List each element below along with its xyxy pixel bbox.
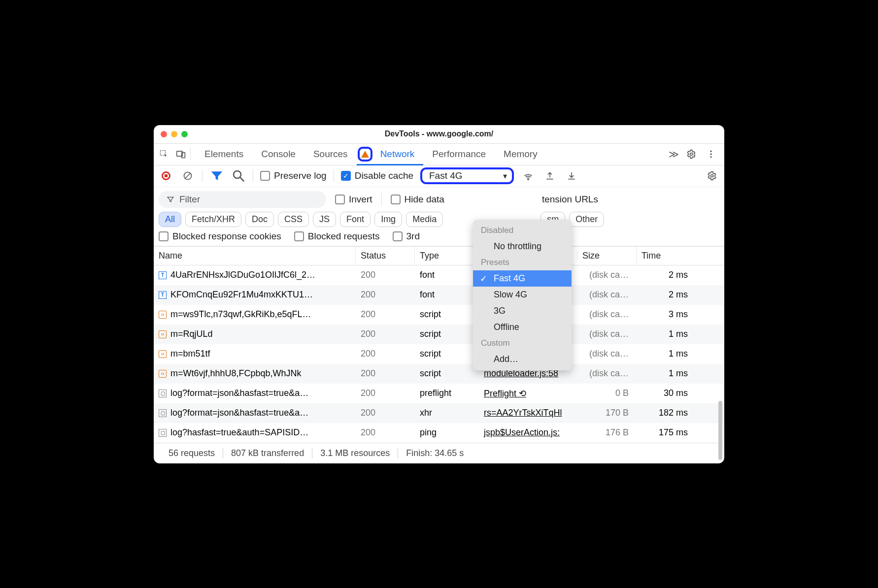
- tab-elements[interactable]: Elements: [196, 144, 252, 165]
- svg-point-6: [710, 156, 711, 158]
- table-row[interactable]: TKFOmCnqEu92Fr1Mu4mxKKTU1…200fontn3:(dis…: [154, 285, 724, 305]
- request-status: 200: [356, 368, 415, 379]
- throttling-value: Fast 4G: [429, 170, 463, 181]
- checkbox-unchecked-icon: [335, 195, 345, 204]
- tab-network[interactable]: Network: [357, 144, 424, 165]
- filter-input[interactable]: Filter: [159, 191, 326, 208]
- minimize-window-button[interactable]: [171, 131, 177, 137]
- table-row[interactable]: ▢log?format=json&hasfast=true&a…200xhrrs…: [154, 403, 724, 423]
- blocked-response-cookies-checkbox[interactable]: Blocked response cookies: [159, 231, 281, 242]
- resource-script-icon: ‹›: [159, 311, 167, 319]
- device-toolbar-icon[interactable]: [173, 147, 188, 162]
- requests-table-header: Name Status Type Size Time: [154, 246, 724, 265]
- more-tabs-icon[interactable]: ≫: [669, 148, 679, 160]
- tab-sources[interactable]: Sources: [304, 144, 357, 165]
- blocked-requests-checkbox[interactable]: Blocked requests: [294, 231, 380, 242]
- dd-fast-4g[interactable]: Fast 4G: [473, 270, 572, 287]
- chip-other[interactable]: Other: [569, 212, 604, 227]
- request-size: 170 B: [577, 408, 637, 418]
- third-party-checkbox[interactable]: 3rd: [393, 231, 420, 242]
- download-har-icon[interactable]: [564, 168, 579, 183]
- upload-har-icon[interactable]: [542, 168, 557, 183]
- chip-fetch-xhr[interactable]: Fetch/XHR: [185, 212, 241, 227]
- chip-font[interactable]: Font: [340, 212, 371, 227]
- request-type: script: [415, 349, 479, 359]
- record-button[interactable]: [159, 168, 173, 183]
- chip-media[interactable]: Media: [406, 212, 443, 227]
- dd-offline[interactable]: Offline: [473, 319, 572, 335]
- col-type[interactable]: Type: [415, 247, 479, 265]
- dd-3g[interactable]: 3G: [473, 303, 572, 319]
- svg-point-3: [690, 153, 693, 156]
- dd-slow-4g[interactable]: Slow 4G: [473, 287, 572, 303]
- third-party-label: 3rd: [406, 231, 420, 242]
- hide-data-label: Hide data: [405, 194, 444, 205]
- request-status: 200: [356, 270, 415, 280]
- request-initiator[interactable]: Preflight ⟲: [479, 388, 577, 399]
- hide-data-urls-checkbox[interactable]: Hide data: [391, 194, 444, 205]
- table-row[interactable]: ‹›m=Wt6vjf,hhhU8,FCpbqb,WhJNk200scriptmo…: [154, 364, 724, 384]
- request-type: ping: [415, 427, 479, 438]
- disable-cache-checkbox[interactable]: ✓ Disable cache: [341, 170, 413, 181]
- filter-toggle-icon[interactable]: [209, 168, 224, 183]
- throttling-dropdown: Disabled No throttling Presets Fast 4G S…: [473, 220, 572, 370]
- divider: [190, 148, 191, 161]
- divider: [202, 169, 203, 182]
- request-name: m=bm51tf: [170, 349, 210, 359]
- request-initiator[interactable]: rs=AA2YrTskXiTqHl: [479, 408, 577, 418]
- chip-doc[interactable]: Doc: [245, 212, 274, 227]
- scrollbar-thumb[interactable]: [718, 401, 722, 460]
- request-size: (disk ca…: [577, 290, 637, 300]
- status-requests: 56 requests: [161, 448, 223, 458]
- svg-point-5: [710, 153, 711, 155]
- chip-js[interactable]: JS: [313, 212, 336, 227]
- throttling-select[interactable]: Fast 4G: [420, 167, 514, 184]
- request-type: xhr: [415, 408, 479, 418]
- settings-gear-icon[interactable]: [684, 147, 699, 162]
- table-row[interactable]: ‹›m=ws9Tlc,n73qwf,GkRiKb,e5qFL…200script…: [154, 305, 724, 325]
- clear-button[interactable]: [180, 168, 195, 183]
- chip-all[interactable]: All: [159, 212, 181, 227]
- col-time[interactable]: Time: [637, 247, 696, 265]
- search-icon[interactable]: [231, 168, 246, 183]
- close-window-button[interactable]: [161, 131, 167, 137]
- request-size: 0 B: [577, 388, 637, 398]
- invert-label: Invert: [349, 194, 372, 205]
- request-name: 4UaRrENHsxJlGDuGo1OIlJfC6l_2…: [170, 270, 315, 280]
- chip-img[interactable]: Img: [374, 212, 402, 227]
- maximize-window-button[interactable]: [181, 131, 188, 137]
- table-row[interactable]: ‹›m=RqjULd200script58(disk ca…1 ms: [154, 325, 724, 344]
- table-row[interactable]: ‹›m=bm51tf200scriptmoduleloader.js:58(di…: [154, 344, 724, 364]
- dd-no-throttling[interactable]: No throttling: [473, 238, 572, 255]
- svg-point-9: [234, 171, 241, 178]
- col-size[interactable]: Size: [577, 247, 637, 265]
- inspect-element-icon[interactable]: [157, 147, 171, 162]
- checkbox-unchecked-icon: [159, 231, 169, 241]
- tab-console[interactable]: Console: [252, 144, 304, 165]
- resource-type-chips: All Fetch/XHR Doc CSS JS Font Img Media …: [159, 212, 719, 227]
- col-status[interactable]: Status: [356, 247, 415, 265]
- preserve-log-checkbox[interactable]: Preserve log: [260, 170, 327, 181]
- dd-group-custom: Custom: [473, 335, 572, 351]
- request-type: preflight: [415, 388, 479, 398]
- table-row[interactable]: T4UaRrENHsxJlGDuGo1OIlJfC6l_2…200fontn3:…: [154, 265, 724, 285]
- warning-badge-icon: [358, 147, 372, 162]
- request-status: 200: [356, 349, 415, 359]
- tab-memory[interactable]: Memory: [495, 144, 546, 165]
- request-name: KFOmCnqEu92Fr1Mu4mxKKTU1…: [170, 290, 313, 300]
- kebab-menu-icon[interactable]: [704, 147, 718, 162]
- tab-performance[interactable]: Performance: [423, 144, 495, 165]
- request-initiator[interactable]: jspb$UserAction.js:: [479, 427, 577, 438]
- chip-css[interactable]: CSS: [278, 212, 309, 227]
- table-row[interactable]: ▢log?hasfast=true&auth=SAPISID…200pingjs…: [154, 423, 724, 443]
- request-status: 200: [356, 329, 415, 339]
- table-row[interactable]: ▢log?format=json&hasfast=true&a…200prefl…: [154, 384, 724, 403]
- request-size: (disk ca…: [577, 270, 637, 280]
- request-size: (disk ca…: [577, 349, 637, 359]
- dd-add-custom[interactable]: Add…: [473, 351, 572, 367]
- request-type: font: [415, 290, 479, 300]
- col-name[interactable]: Name: [154, 247, 356, 265]
- network-conditions-icon[interactable]: [521, 168, 536, 183]
- invert-checkbox[interactable]: Invert: [335, 194, 372, 205]
- network-settings-gear-icon[interactable]: [705, 168, 719, 183]
